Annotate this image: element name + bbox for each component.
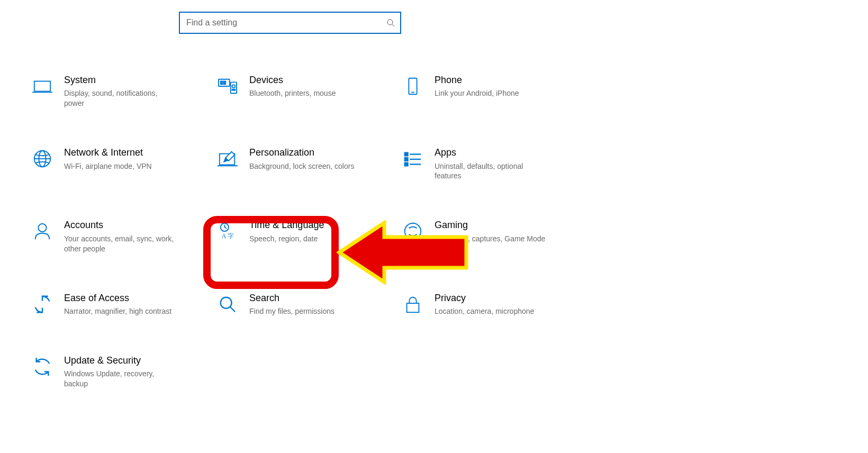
tile-accounts[interactable]: Accounts Your accounts, email, sync, wor…	[29, 214, 214, 259]
tile-search[interactable]: Search Find my files, permissions	[214, 287, 400, 322]
settings-grid: System Display, sound, notifications, po…	[29, 69, 590, 394]
svg-text:字: 字	[228, 233, 234, 240]
svg-rect-7	[221, 83, 223, 84]
tile-text: Privacy Location, camera, microphone	[435, 292, 582, 316]
tile-title: Gaming	[435, 219, 582, 231]
tile-text: Ease of Access Narrator, magnifier, high…	[64, 292, 211, 316]
tile-desc: Your accounts, email, sync, work, other …	[64, 234, 175, 254]
tile-system[interactable]: System Display, sound, notifications, po…	[29, 69, 214, 114]
system-icon	[32, 76, 52, 96]
tile-title: Accounts	[64, 219, 211, 231]
tile-devices[interactable]: Devices Bluetooth, printers, mouse	[214, 69, 400, 114]
tile-desc: Narrator, magnifier, high contrast	[64, 306, 175, 316]
search-input[interactable]	[179, 12, 401, 34]
tile-desc: Bluetooth, printers, mouse	[249, 88, 360, 98]
svg-rect-8	[223, 83, 225, 84]
tile-desc: Wi-Fi, airplane mode, VPN	[64, 161, 175, 171]
tile-title: Privacy	[435, 292, 582, 304]
svg-rect-5	[221, 81, 223, 83]
person-icon	[32, 221, 52, 241]
tile-personalization[interactable]: Personalization Background, lock screen,…	[214, 141, 400, 186]
devices-icon	[218, 76, 238, 96]
tile-apps[interactable]: Apps Uninstall, defaults, optional featu…	[400, 141, 585, 186]
tile-text: Devices Bluetooth, printers, mouse	[249, 74, 396, 98]
svg-rect-34	[407, 303, 419, 312]
search-icon	[386, 19, 395, 27]
tile-title: Ease of Access	[64, 292, 211, 304]
lock-icon	[403, 294, 423, 314]
svg-text:A: A	[222, 233, 227, 240]
tile-desc: Find my files, permissions	[249, 306, 360, 316]
tile-desc: Display, sound, notifications, power	[64, 88, 175, 108]
svg-line-28	[224, 228, 227, 229]
tile-desc: Link your Android, iPhone	[435, 88, 546, 98]
tile-title: Devices	[249, 74, 396, 86]
svg-point-10	[232, 85, 236, 88]
personalization-icon	[218, 149, 238, 169]
magnifier-icon	[218, 294, 238, 314]
tile-title: Time & Language	[249, 219, 396, 231]
tile-text: Search Find my files, permissions	[249, 292, 396, 316]
search-container	[179, 12, 401, 34]
svg-rect-2	[34, 81, 50, 92]
phone-icon	[403, 76, 423, 96]
svg-point-32	[221, 297, 232, 308]
tile-text: Gaming Game Bar, captures, Game Mode	[435, 219, 582, 243]
tile-desc: Background, lock screen, colors	[249, 161, 360, 171]
sync-icon	[32, 357, 52, 377]
svg-rect-21	[405, 163, 408, 166]
tile-title: System	[64, 74, 211, 86]
svg-rect-6	[223, 81, 225, 83]
tile-text: Phone Link your Android, iPhone	[435, 74, 582, 98]
globe-icon	[32, 149, 52, 169]
ease-of-access-icon	[32, 294, 52, 314]
tile-update-security[interactable]: Update & Security Windows Update, recove…	[29, 349, 214, 394]
tile-gaming[interactable]: Gaming Game Bar, captures, Game Mode	[400, 214, 585, 259]
tile-text: Time & Language Speech, region, date	[249, 219, 396, 243]
tile-title: Phone	[435, 74, 582, 86]
svg-point-31	[405, 223, 421, 239]
svg-rect-11	[232, 89, 236, 90]
tile-time-language[interactable]: A 字 Time & Language Speech, region, date	[214, 214, 400, 259]
apps-icon	[403, 149, 423, 169]
tile-title: Apps	[435, 147, 582, 159]
tile-desc: Game Bar, captures, Game Mode	[435, 234, 546, 244]
tile-text: Accounts Your accounts, email, sync, wor…	[64, 219, 211, 253]
tile-title: Personalization	[249, 147, 396, 159]
tile-title: Search	[249, 292, 396, 304]
tile-privacy[interactable]: Privacy Location, camera, microphone	[400, 287, 585, 322]
tile-desc: Windows Update, recovery, backup	[64, 369, 175, 389]
svg-point-25	[38, 224, 46, 232]
svg-rect-20	[405, 158, 408, 161]
tile-desc: Location, camera, microphone	[435, 306, 546, 316]
time-language-icon: A 字	[218, 221, 238, 241]
tile-title: Network & Internet	[64, 147, 211, 159]
tile-network[interactable]: Network & Internet Wi-Fi, airplane mode,…	[29, 141, 214, 186]
tile-text: Personalization Background, lock screen,…	[249, 147, 396, 171]
svg-point-0	[387, 20, 393, 25]
svg-line-33	[230, 306, 236, 312]
tile-desc: Speech, region, date	[249, 234, 360, 244]
svg-line-1	[392, 24, 394, 26]
tile-text: Apps Uninstall, defaults, optional featu…	[435, 147, 582, 181]
tile-desc: Uninstall, defaults, optional features	[435, 161, 546, 182]
tile-text: System Display, sound, notifications, po…	[64, 74, 211, 108]
tile-ease-of-access[interactable]: Ease of Access Narrator, magnifier, high…	[29, 287, 214, 322]
tile-text: Network & Internet Wi-Fi, airplane mode,…	[64, 147, 211, 171]
tile-text: Update & Security Windows Update, recove…	[64, 355, 211, 389]
svg-rect-19	[405, 153, 408, 156]
tile-phone[interactable]: Phone Link your Android, iPhone	[400, 69, 585, 114]
tile-title: Update & Security	[64, 355, 211, 367]
gaming-icon	[403, 221, 423, 241]
